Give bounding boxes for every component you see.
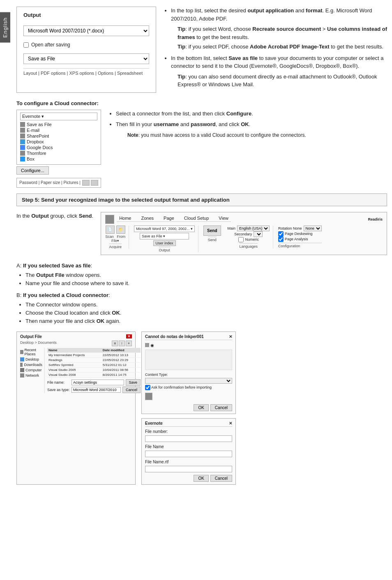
bullet-output-format: In the top list, select the desired outp… (171, 7, 387, 51)
file-window-close-btn[interactable]: ✕ (126, 334, 132, 338)
table-row: SoftRev Sprinted5/31/2012 01:12 (47, 362, 141, 367)
open-after-saving-row: Open after saving (23, 42, 149, 48)
ribbon-send-label: Send (208, 237, 217, 242)
ribbon-analysis-checkbox[interactable] (278, 237, 284, 242)
connector-item-sharepoint: SharePoint (20, 133, 97, 139)
table-row: Visual Studio 200510/04/2011 08:56 (47, 367, 141, 372)
ribbon-lang-secondary-row: Secondary (234, 231, 263, 237)
ribbon-save-dropdown[interactable]: Save as File ▾ (140, 233, 189, 239)
table-row: Visual Studio 20088/20/2011 14:75 (47, 372, 141, 377)
fw-save-button[interactable]: Save (126, 379, 141, 386)
connector-item-thornfore: Thornfore (20, 150, 97, 156)
ribbon-from-icon: 📁 (116, 226, 125, 234)
fw-sidebar-desktop[interactable]: Desktop (20, 357, 42, 361)
save-bullet-1: The Output File window opens. (25, 272, 387, 278)
ribbon-file-label: File▾ (111, 239, 120, 243)
connector-dropdown[interactable]: Evernote ▾ (20, 113, 97, 120)
connector-ask-label: Ask for confirmation before importing (151, 385, 212, 389)
evernote-file-name-label: File Name (145, 444, 232, 449)
ribbon-analysis-row: Page Analysis (278, 237, 322, 242)
evernote-file-number-row: File number: (145, 429, 232, 442)
ribbon-scan-icon: 📄 (106, 226, 115, 234)
ribbon-content: 📄 📁 Scan From File▾ Acquire Microsoft Wo… (105, 226, 383, 252)
ribbon-group-acquire: 📄 📁 Scan From File▾ Acquire (105, 226, 129, 249)
bullet-save-as-file: In the bottom list, select Save as file … (171, 54, 387, 89)
evernote-file-number-input[interactable] (145, 435, 232, 442)
connector-ask-checkbox[interactable] (145, 385, 150, 390)
save-dropdown[interactable]: Save as File (23, 53, 149, 64)
connector-content-type-label: Content Type: (145, 373, 168, 377)
ribbon-main-lang-select[interactable]: English (USA) (237, 226, 270, 231)
scan-widget-icons (82, 180, 98, 186)
connector-content-type-row: Content Type: (145, 373, 232, 377)
open-after-saving-checkbox[interactable] (23, 42, 29, 48)
fw-sidebar-recent[interactable]: Recent Places (20, 348, 42, 356)
bottom-section: Output File ✕ Desktop > Documents ≡ ↑ + … (16, 331, 387, 485)
ribbon-tab-home[interactable]: Home (117, 215, 134, 221)
fw-cancel-button[interactable]: Cancel (122, 387, 141, 393)
ribbon-app-name: Readiris (233, 217, 383, 221)
fw-sidebar-network[interactable]: Network (20, 373, 42, 377)
fw-bottom: File name: Save Save as type: Cancel (47, 379, 141, 393)
open-after-saving-label: Open after saving (31, 42, 70, 48)
tabs-bar: Layout | PDF options | XPS options | Opt… (23, 68, 149, 76)
ribbon-tab-cloudsetup[interactable]: Cloud Setup (182, 215, 212, 221)
connector-item-dropbox: Dropbox (20, 139, 97, 145)
language-tab: English (0, 12, 10, 43)
connector-bottom: Content Type: Ask for confirmation befor… (145, 373, 232, 411)
ribbon-tab-page[interactable]: Page (161, 215, 177, 221)
ribbon-secondary-lang-select[interactable] (254, 231, 263, 237)
ribbon-numeric-label: Numeric (245, 237, 259, 242)
evernote-file-name-input[interactable] (145, 451, 232, 457)
connector-ok-btn[interactable]: OK (194, 404, 208, 411)
connector-item-box: Box (20, 156, 97, 162)
connector-close-btn[interactable]: ✕ (229, 334, 232, 339)
fw-savetype-input[interactable] (71, 387, 121, 393)
fw-sidebar-computer[interactable]: Computer (20, 368, 42, 372)
fw-btn-up[interactable]: ↑ (119, 341, 125, 346)
evernote-file-name-rtf-input[interactable] (145, 466, 232, 472)
cloud-section: To configure a Cloud connector: Evernote… (16, 100, 387, 188)
file-window-body: Recent Places Desktop Downloads Computer… (20, 348, 132, 393)
evernote-file-name-rtf-label: File Name.rtf (145, 460, 232, 464)
step5-banner: Step 5: Send your recognized image to th… (16, 193, 387, 206)
connector-content-type-select[interactable] (145, 378, 232, 384)
cloud-layout: Evernote ▾ Save as File E-mail SharePoin… (16, 110, 387, 188)
fw-btn-new[interactable]: + (126, 341, 132, 346)
fw-col-date: Date modified (101, 348, 141, 353)
cloud-left: Evernote ▾ Save as File E-mail SharePoin… (16, 110, 101, 188)
evernote-window: Evernote ✕ File number: File Name File N… (141, 418, 236, 485)
ribbon-rotation-select[interactable]: None (304, 226, 322, 231)
ribbon-tab-view[interactable]: View (216, 215, 231, 221)
fw-filename-input[interactable] (71, 380, 124, 385)
ribbon-rotation-row: Rotation None None (278, 226, 322, 231)
ribbon-user-index-btn[interactable]: User index (153, 240, 176, 246)
cloud-bullet-1: Select a connector from the list, and th… (116, 110, 387, 118)
ribbon-send-button[interactable]: Send (203, 226, 221, 236)
evernote-file-number-label: File number: (145, 429, 232, 434)
fw-toolbar-icons: ≡ ↑ + (112, 341, 132, 346)
table-row: My Intermediate Projects22/05/2012 10:13 (47, 352, 141, 357)
save-section: A: If you selected Save as file: The Out… (16, 262, 387, 324)
fw-btn-view[interactable]: ≡ (112, 341, 118, 346)
evernote-buttons: OK Cancel (145, 475, 232, 482)
configure-button[interactable]: Configure... (16, 166, 49, 175)
file-window-title: Output File ✕ (20, 334, 132, 339)
evernote-close-btn[interactable]: ✕ (229, 421, 232, 426)
connector-window-title: Cannot do notas de Inkper001 ✕ (145, 334, 232, 340)
ribbon-logo-icon (105, 215, 114, 224)
format-dropdown[interactable]: Microsoft Word 2007/2010 (*.docx) (23, 25, 149, 36)
evernote-ok-btn[interactable]: OK (194, 475, 208, 482)
fw-file-table: Name Date modified My Intermediate Proje… (47, 348, 141, 377)
ribbon-tabs: Home Zones Page Cloud Setup View (117, 215, 231, 222)
evernote-window-title: Evernote ✕ (145, 421, 232, 427)
ribbon-config-label: Configuration (278, 243, 322, 248)
ribbon-deskew-checkbox[interactable] (278, 231, 284, 237)
ribbon-tab-zones[interactable]: Zones (138, 215, 156, 221)
fw-sidebar-downloads[interactable]: Downloads (20, 363, 42, 367)
ribbon-numeric-checkbox[interactable] (238, 237, 244, 242)
ribbon-format-dropdown[interactable]: Microsoft Word 97, 2000, 2002... ▾ (134, 226, 195, 232)
connector-cancel-btn[interactable]: Cancel (210, 404, 232, 411)
evernote-cancel-btn[interactable]: Cancel (210, 475, 232, 482)
format-dropdown-row: Microsoft Word 2007/2010 (*.docx) (23, 25, 149, 36)
